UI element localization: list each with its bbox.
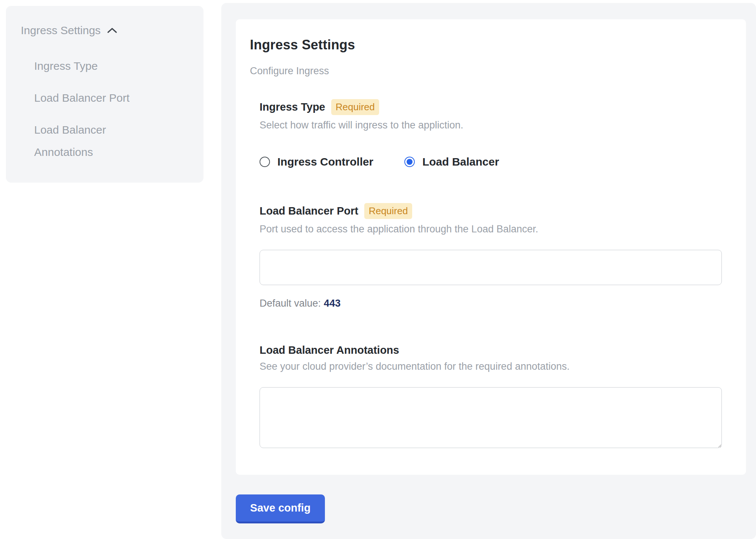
section-ingress-type: Ingress Type Required Select how traffic…	[260, 99, 732, 168]
default-value-label: Default value:	[260, 298, 321, 309]
sidebar-section-ingress-settings[interactable]: Ingress Settings	[21, 24, 190, 37]
section-load-balancer-annotations: Load Balancer Annotations See your cloud…	[260, 344, 732, 448]
lb-port-description: Port used to access the application thro…	[260, 223, 732, 235]
ingress-settings-card: Ingress Settings Configure Ingress Ingre…	[236, 19, 746, 475]
page-subtitle: Configure Ingress	[250, 65, 732, 77]
lb-port-input[interactable]	[260, 250, 722, 285]
main-panel: Ingress Settings Configure Ingress Ingre…	[221, 3, 756, 539]
required-badge: Required	[364, 203, 413, 219]
sidebar-item-load-balancer-annotations[interactable]: Load Balancer Annotations	[34, 119, 160, 163]
lb-port-label: Load Balancer Port	[260, 205, 358, 217]
sidebar-item-load-balancer-port[interactable]: Load Balancer Port	[34, 87, 160, 109]
sidebar-item-list: Ingress Type Load Balancer Port Load Bal…	[34, 55, 190, 163]
chevron-up-icon	[107, 27, 118, 34]
ingress-type-description: Select how traffic will ingress to the a…	[260, 120, 732, 131]
radio-label-ingress-controller: Ingress Controller	[277, 156, 373, 168]
lb-port-default-row: Default value:443	[260, 298, 732, 309]
radio-option[interactable]: Load Balancer	[404, 156, 499, 168]
ingress-type-radio-group: Ingress Controller Load Balancer	[260, 156, 732, 168]
save-config-button[interactable]: Save config	[236, 494, 325, 523]
lb-annotations-description: See your cloud provider’s documentation …	[260, 361, 732, 372]
sidebar-item-ingress-type[interactable]: Ingress Type	[34, 55, 160, 77]
section-load-balancer-port: Load Balancer Port Required Port used to…	[260, 203, 732, 309]
required-badge: Required	[331, 99, 379, 115]
sidebar-section-label: Ingress Settings	[21, 24, 101, 37]
ingress-type-label: Ingress Type	[260, 101, 325, 113]
radio-label-load-balancer: Load Balancer	[422, 156, 499, 168]
settings-sidebar: Ingress Settings Ingress Type Load Balan…	[6, 6, 203, 183]
radio-option[interactable]: Ingress Controller	[260, 156, 373, 168]
lb-annotations-label: Load Balancer Annotations	[260, 344, 399, 356]
radio-icon[interactable]	[260, 157, 270, 167]
radio-icon[interactable]	[404, 157, 415, 167]
page-title: Ingress Settings	[250, 37, 732, 53]
default-value: 443	[324, 298, 340, 309]
lb-annotations-textarea[interactable]	[260, 387, 722, 448]
